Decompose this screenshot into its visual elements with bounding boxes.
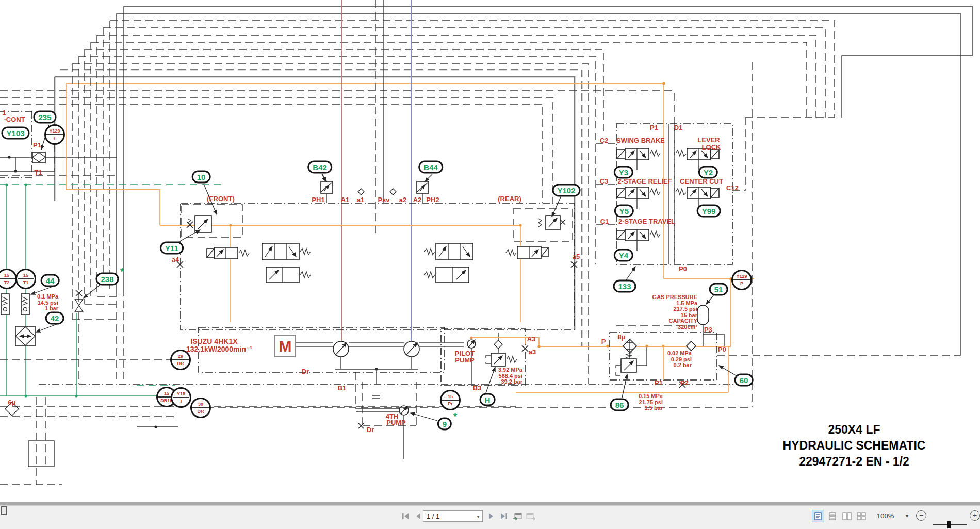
pressure-spec-line: 217.5 psi — [652, 306, 697, 312]
schematic-label: -CONT — [4, 116, 25, 123]
schematic-label: 8μ — [617, 334, 625, 340]
schematic-label: a5 — [573, 253, 580, 260]
schematic-label: Dr — [367, 426, 374, 433]
schematic-label: LOCK — [702, 144, 721, 151]
pressure-spec-block: 0.15 MPa21.75 psi1.5 bar — [639, 393, 663, 411]
test-port-circle: 15T2 — [0, 269, 17, 289]
test-port-top: 29 — [172, 353, 189, 360]
previous-view-button[interactable] — [512, 510, 523, 522]
single-page-icon — [814, 512, 822, 520]
pressure-spec-block: 0.02 MPa0.29 psi0.2 bar — [667, 351, 692, 369]
next-view-button[interactable] — [525, 510, 536, 522]
test-port-top: Y18 — [173, 391, 189, 398]
schematic-label: Dr — [302, 368, 309, 375]
first-page-button[interactable] — [400, 510, 412, 522]
callout-oval: 238* — [95, 273, 119, 286]
continuous-layout-button[interactable] — [826, 510, 839, 522]
schematic-label: a4 — [172, 256, 179, 263]
schematic-label: 132.1kW/2000min⁻¹ — [186, 346, 252, 353]
test-port-circle: 15T1 — [15, 269, 36, 289]
schematic-label: P — [601, 338, 606, 345]
test-port-top: 15 — [18, 272, 34, 279]
zoom-level[interactable]: 100% — [877, 512, 894, 520]
previous-page-button[interactable] — [413, 510, 424, 522]
test-port-circle: Y129P — [731, 270, 752, 290]
schematic-label: D1 — [674, 124, 683, 131]
two-columns-layout-button[interactable] — [855, 510, 868, 522]
one-column-icon — [829, 512, 836, 520]
test-port-circle: Y129T — [44, 124, 65, 145]
test-port-bottom: DR — [192, 408, 209, 415]
drawing-title: 250X4 LF HYDRAULIC SCHEMATIC 22947271-2 … — [763, 422, 945, 470]
schematic-label: (REAR) — [498, 195, 521, 202]
schematic-label: C12 — [726, 185, 739, 191]
callout-oval: B42 — [307, 161, 332, 174]
callout-oval: 10 — [192, 171, 211, 184]
test-port-bottom: Pr — [442, 401, 459, 407]
schematic-label: A1 — [341, 196, 350, 203]
schematic-label: a2 — [399, 196, 406, 203]
test-port-top: 15 — [0, 272, 15, 279]
pressure-spec-line: 1 bar — [37, 306, 58, 312]
previous-page-icon — [415, 513, 421, 520]
pressure-spec-line: 39.2 bar — [498, 379, 522, 385]
pressure-spec-line: 1.5 bar — [639, 405, 663, 411]
callout-oval: 86 — [610, 399, 629, 411]
schematic-label: PUMP — [455, 357, 475, 363]
test-port-bottom: DR — [172, 360, 189, 367]
sidebar-toggle-icon[interactable] — [1, 506, 7, 515]
single-page-layout-button[interactable] — [812, 510, 824, 522]
test-port-circle: 30DR — [190, 398, 211, 418]
callout-oval: 133 — [613, 280, 636, 293]
schematic-label: P1 — [655, 379, 663, 386]
page-number-field[interactable]: 1 / 1 ▾ — [423, 510, 483, 522]
page-dropdown-caret-icon[interactable]: ▾ — [474, 514, 482, 519]
callout-oval: Y2 — [698, 166, 718, 179]
schematic-label: 2-STAGE TRAVEL — [618, 218, 675, 225]
callout-oval: Y11 — [160, 242, 184, 255]
schematic-label: A2 — [413, 196, 422, 203]
last-page-icon — [499, 513, 508, 520]
zoom-slider-thumb[interactable] — [947, 521, 951, 528]
drawing-title-line: 250X4 LF — [763, 422, 945, 438]
test-port-bottom: T — [46, 135, 63, 141]
pressure-spec-line: 0.2 bar — [667, 362, 692, 369]
next-page-button[interactable] — [485, 510, 497, 522]
pressure-spec-line: CAPACITY — [652, 318, 697, 324]
schematic-label: T1 — [34, 169, 42, 176]
last-page-button — [498, 510, 509, 522]
schematic-label: C1 — [600, 218, 609, 225]
zoom-in-button[interactable]: + — [970, 510, 980, 521]
schematic-label: M — [279, 343, 292, 350]
asterisk-mark: * — [120, 267, 124, 276]
callout-oval: 44 — [41, 274, 60, 287]
zoom-dropdown-caret-icon[interactable]: ▾ — [906, 513, 908, 519]
test-port-bottom: P — [733, 280, 750, 287]
schematic-label: LEVER — [697, 137, 720, 143]
drawing-title-line: 22947271-2 EN - 1/2 — [763, 454, 945, 470]
previous-view-icon — [513, 512, 522, 520]
schematic-label: Psv — [378, 196, 389, 203]
two-pages-layout-button[interactable] — [841, 510, 853, 522]
test-port-circle: 15Pr — [440, 390, 461, 410]
callout-oval: 51 — [709, 283, 728, 296]
pressure-spec-line: GAS PRESSURE — [652, 294, 697, 301]
schematic-label: P1 — [650, 124, 658, 131]
viewer-toolbar: 1 / 1 ▾ — [0, 505, 980, 529]
schematic-label: C3 — [600, 178, 609, 185]
schematic-label: PUMP — [386, 419, 406, 426]
pressure-spec-block: 3.92 MPa568.4 psi39.2 bar — [498, 367, 522, 385]
next-page-icon — [488, 513, 494, 520]
schematic-label: PH2 — [426, 196, 439, 203]
zoom-out-button[interactable]: − — [916, 510, 926, 521]
callout-oval: Y103 — [1, 127, 29, 140]
callout-oval: Y102 — [552, 184, 580, 197]
test-port-bottom: T — [172, 398, 190, 404]
callout-oval: 42 — [45, 312, 64, 325]
test-port-circle: 29DR — [170, 350, 191, 370]
drawing-title-line: HYDRAULIC SCHEMATIC — [763, 438, 945, 454]
test-port-top: 30 — [192, 401, 209, 408]
page-number-value: 1 / 1 — [423, 513, 474, 520]
schematic-label: P0 — [718, 346, 726, 353]
schematic-label: P2 — [680, 379, 689, 386]
